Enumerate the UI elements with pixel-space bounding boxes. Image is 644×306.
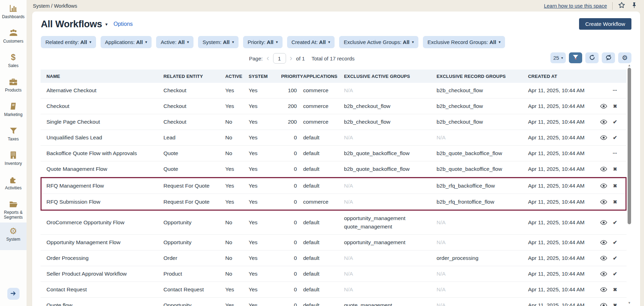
eye-icon[interactable] xyxy=(600,119,607,125)
page-input[interactable] xyxy=(273,53,286,64)
filter-label: Related entity: xyxy=(45,39,79,45)
table-row[interactable]: Contact RequestContact RequestYesYes0def… xyxy=(41,282,627,298)
next-page-icon[interactable]: › xyxy=(289,54,293,62)
eye-icon[interactable] xyxy=(600,199,607,205)
book-icon xyxy=(9,101,18,111)
sidebar-item-inventory[interactable]: Inventory xyxy=(0,149,27,174)
sidebar-item-marketing[interactable]: Marketing xyxy=(0,100,27,125)
column-header-exclusive-active-groups[interactable]: EXCLUSIVE ACTIVE GROUPS xyxy=(344,74,437,79)
table-scrollbar[interactable]: ▲ ▼ xyxy=(627,64,632,306)
eye-icon[interactable] xyxy=(600,302,607,306)
group-value: b2b_quote_backoffice_flow xyxy=(344,149,437,158)
filter-label: Priority: xyxy=(248,39,265,45)
table-row[interactable]: Opportunity Management FlowOpportunityNo… xyxy=(41,235,627,250)
filter-related-entity[interactable]: Related entity:All▾ xyxy=(41,36,96,48)
sidebar-item-system[interactable]: ⚙System xyxy=(0,223,27,250)
more-actions-icon[interactable]: ••• xyxy=(611,87,619,94)
options-link[interactable]: Options xyxy=(114,21,133,27)
more-actions-icon[interactable]: ••• xyxy=(611,150,619,156)
eye-icon[interactable] xyxy=(600,286,607,293)
group-value: b2b_quote_backoffice_flow xyxy=(344,165,437,173)
filter-exclusive-active-groups[interactable]: Exclusive Active Groups:All▾ xyxy=(339,36,418,48)
table-row[interactable]: Seller Product Approval WorkflowProductN… xyxy=(41,266,627,282)
activate-icon[interactable]: ✔ xyxy=(611,239,619,246)
column-header-system[interactable]: SYSTEM xyxy=(249,74,281,79)
activate-icon[interactable]: ✔ xyxy=(611,255,619,261)
eye-icon[interactable] xyxy=(600,166,607,172)
activate-icon[interactable]: ✔ xyxy=(611,219,619,226)
group-value: N/A xyxy=(344,133,437,142)
table-row[interactable]: RFQ Submission FlowRequest For QuoteYesY… xyxy=(42,194,625,210)
scroll-down-icon[interactable]: ▼ xyxy=(627,301,632,305)
help-link[interactable]: Learn how to use this space xyxy=(544,3,607,9)
eye-icon[interactable] xyxy=(600,103,607,109)
sidebar-item-customers[interactable]: Customers xyxy=(0,27,27,51)
cell-active: No xyxy=(225,255,249,261)
filter-priority[interactable]: Priority:All▾ xyxy=(243,36,283,48)
scroll-up-icon[interactable]: ▲ xyxy=(627,64,632,67)
sidebar-item-dashboards[interactable]: Dashboards xyxy=(0,2,27,27)
sidebar-item-products[interactable]: Products xyxy=(0,76,27,100)
activate-icon[interactable]: ✔ xyxy=(611,134,619,141)
sidebar-item-activities[interactable]: Activities xyxy=(0,174,27,198)
cell-system: Yes xyxy=(249,119,281,125)
deactivate-icon[interactable]: ✖ xyxy=(611,103,619,109)
eye-icon[interactable] xyxy=(600,255,607,261)
table-row[interactable]: Quote Management FlowQuoteYesYes0default… xyxy=(41,161,627,177)
deactivate-icon[interactable]: ✖ xyxy=(611,166,619,172)
title-dropdown-icon[interactable]: ▾ xyxy=(105,22,108,27)
filters-toggle-button[interactable] xyxy=(569,52,582,63)
create-workflow-button[interactable]: Create Workflow xyxy=(579,18,631,30)
cell-actions: ••• xyxy=(600,150,621,156)
table-row[interactable]: RFQ Management FlowRequest For QuoteYesY… xyxy=(42,178,625,194)
column-header-created-at[interactable]: CREATED AT xyxy=(528,74,600,79)
table-row[interactable]: Backoffice Quote Flow with ApprovalsQuot… xyxy=(41,146,627,161)
eye-icon[interactable] xyxy=(600,239,607,246)
table-row[interactable]: Single Page CheckoutCheckoutNoYes200comm… xyxy=(41,114,627,130)
pin-icon[interactable] xyxy=(631,1,638,10)
prev-page-icon[interactable]: ‹ xyxy=(266,54,270,62)
sync-button[interactable] xyxy=(602,52,615,63)
deactivate-icon[interactable]: ✖ xyxy=(611,302,619,306)
refresh-button[interactable] xyxy=(585,52,599,63)
chevron-down-icon: ▾ xyxy=(89,40,92,44)
grid-settings-button[interactable]: ⚙ xyxy=(618,52,631,63)
deactivate-icon[interactable]: ✖ xyxy=(611,199,619,205)
cell-name: RFQ Submission Flow xyxy=(46,199,163,205)
eye-icon[interactable] xyxy=(600,183,607,189)
activate-icon[interactable]: ✔ xyxy=(611,119,619,125)
table-row[interactable]: Quote flowOpportunityYesYes0defaultquote… xyxy=(41,298,627,306)
sidebar-item-taxes[interactable]: Taxes xyxy=(0,125,27,149)
activate-icon[interactable]: ✔ xyxy=(611,271,619,277)
filter-active[interactable]: Active:All▾ xyxy=(156,36,193,48)
table-row[interactable]: Order ProcessingOrderNoYes0defaultN/Aord… xyxy=(41,250,627,266)
deactivate-icon[interactable]: ✖ xyxy=(611,286,619,293)
filter-applications[interactable]: Applications:All▾ xyxy=(101,36,152,48)
deactivate-icon[interactable]: ✖ xyxy=(611,183,619,189)
cell-name: Opportunity Management Flow xyxy=(46,239,163,246)
column-header-exclusive-record-groups[interactable]: EXCLUSIVE RECORD GROUPS xyxy=(437,74,528,79)
table-row[interactable]: Alternative CheckoutCheckoutYesYes100com… xyxy=(41,83,627,99)
table-row[interactable]: OroCommerce Opportunity FlowOpportunityN… xyxy=(41,211,627,235)
table-row[interactable]: CheckoutCheckoutYesYes200commerceb2b_che… xyxy=(41,99,627,114)
eye-icon[interactable] xyxy=(600,219,607,226)
column-header-related-entity[interactable]: RELATED ENTITY xyxy=(163,74,225,79)
table-row[interactable]: Unqualified Sales LeadLeadNoYes0defaultN… xyxy=(41,130,627,146)
page-size-select[interactable]: 25▾ xyxy=(550,52,566,63)
scrollbar-thumb[interactable] xyxy=(628,68,631,224)
cell-created-at: Apr 11, 2025, 10:44 AM xyxy=(528,255,600,261)
filter-exclusive-record-groups[interactable]: Exclusive Record Groups:All▾ xyxy=(423,36,505,48)
column-header-priority[interactable]: PRIORITY xyxy=(281,74,298,79)
eye-icon[interactable] xyxy=(600,134,607,141)
filter-system[interactable]: System:All▾ xyxy=(198,36,239,48)
eye-icon[interactable] xyxy=(600,271,607,277)
sidebar-item-reports-segments[interactable]: Reports & Segments xyxy=(0,198,27,223)
sidebar-expand-button[interactable] xyxy=(7,288,20,300)
column-header-applications[interactable]: APPLICATIONS xyxy=(298,74,344,79)
sidebar-item-sales[interactable]: $Sales xyxy=(0,51,27,76)
column-header-name[interactable]: NAME xyxy=(46,74,163,79)
filter-created-at[interactable]: Created At:All▾ xyxy=(287,36,335,48)
favorite-star-icon[interactable] xyxy=(618,1,625,10)
column-header-active[interactable]: ACTIVE xyxy=(225,74,249,79)
cell-exclusive-record-groups: order_processing xyxy=(437,255,528,261)
